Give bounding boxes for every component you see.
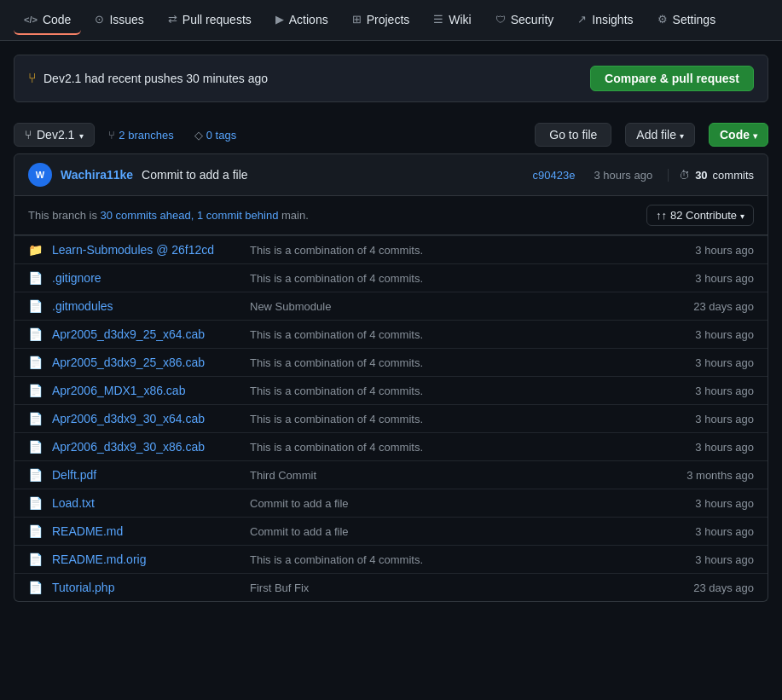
file-name-link[interactable]: .gitmodules [52, 299, 240, 313]
commit-info-bar: W Wachira11ke Commit to add a file c9042… [14, 153, 768, 196]
nav-item-pull-requests[interactable]: Pull requests [158, 6, 262, 35]
file-name-link[interactable]: Tutorial.php [52, 581, 240, 594]
file-commit-message: First Buf Fix [250, 581, 683, 594]
commit-author[interactable]: Wachira11ke [61, 168, 133, 182]
code-chevron-icon [753, 128, 757, 142]
nav-item-settings[interactable]: Settings [647, 6, 727, 35]
table-row: 📄Apr2006_MDX1_x86.cabThis is a combinati… [14, 376, 768, 404]
file-icon: 📄 [28, 384, 42, 397]
avatar: W [28, 163, 52, 187]
table-row: 📄Apr2006_d3dx9_30_x64.cabThis is a combi… [14, 404, 768, 432]
file-time: 3 hours ago [695, 497, 754, 510]
wiki-icon [433, 13, 443, 26]
file-commit-message: Commit to add a file [250, 497, 685, 510]
file-icon: 📄 [28, 271, 42, 285]
file-icon: 📄 [28, 440, 42, 454]
contribute-icon: ↑ [656, 209, 667, 222]
file-time: 23 days ago [693, 300, 754, 313]
history-icon: ⏱ [679, 169, 690, 182]
branch-icon-small: ⑂ [108, 129, 115, 142]
file-icon: 📄 [28, 496, 42, 510]
file-time: 3 hours ago [695, 356, 754, 369]
code-icon [24, 13, 38, 26]
file-name-link[interactable]: README.md.orig [52, 552, 240, 566]
file-icon: 📄 [28, 412, 42, 425]
nav-item-code[interactable]: Code [14, 6, 81, 35]
main-nav: Code Issues Pull requests Actions Projec… [0, 0, 782, 41]
file-commit-message: Commit to add a file [250, 525, 685, 538]
file-icon: 📄 [28, 299, 42, 313]
file-time: 3 hours ago [695, 244, 754, 257]
nav-item-wiki[interactable]: Wiki [423, 6, 481, 35]
file-icon: 📄 [28, 356, 42, 369]
nav-item-projects[interactable]: Projects [342, 6, 420, 35]
file-commit-message: This is a combination of 4 commits. [250, 385, 685, 397]
branch-bar: ⑂ Dev2.1 ⑂ 2 branches ◇ 0 tags Go to fil… [0, 116, 782, 153]
file-name-link[interactable]: Apr2005_d3dx9_25_x86.cab [52, 356, 240, 369]
push-banner: ⑂ Dev2.1 had recent pushes 30 minutes ag… [14, 55, 768, 102]
file-name-link[interactable]: Apr2006_MDX1_x86.cab [52, 384, 240, 397]
file-commit-message: This is a combination of 4 commits. [250, 553, 685, 566]
add-file-chevron-icon [680, 128, 684, 142]
file-commit-message: This is a combination of 4 commits. [250, 441, 685, 454]
actions-icon [275, 13, 284, 26]
file-commit-message: This is a combination of 4 commits. [250, 356, 685, 369]
branch-icon: ⑂ [28, 71, 37, 86]
commits-behind-link[interactable]: 1 commit behind [197, 209, 278, 222]
commit-message: Commit to add a file [142, 168, 248, 182]
table-row: 📄.gitignoreThis is a combination of 4 co… [14, 263, 768, 292]
compare-pull-request-button[interactable]: Compare & pull request [590, 66, 754, 91]
file-time: 3 months ago [686, 469, 754, 482]
file-icon: 📄 [28, 524, 42, 538]
settings-icon [657, 13, 668, 26]
file-name-link[interactable]: Apr2006_d3dx9_30_x64.cab [52, 412, 240, 425]
file-time: 3 hours ago [695, 328, 754, 341]
folder-icon: 📁 [28, 243, 42, 257]
file-commit-message: This is a combination of 4 commits. [250, 272, 685, 285]
nav-item-issues[interactable]: Issues [84, 6, 154, 35]
tags-link[interactable]: ◇ 0 tags [188, 124, 243, 146]
security-icon [495, 13, 506, 26]
file-name-link[interactable]: Load.txt [52, 496, 240, 510]
file-name-link[interactable]: Learn-Submodules @ 26f12cd [52, 243, 240, 257]
table-row: 📄Tutorial.phpFirst Buf Fix23 days ago [14, 573, 768, 601]
commits-ahead-link[interactable]: 30 commits ahead, [101, 209, 194, 222]
commit-hash[interactable]: c90423e [533, 169, 576, 182]
code-dropdown-button[interactable]: Code [709, 123, 768, 147]
nav-item-security[interactable]: Security [485, 6, 565, 35]
file-time: 3 hours ago [695, 525, 754, 538]
file-time: 3 hours ago [695, 441, 754, 454]
contribute-button[interactable]: ↑ 82 Contribute [646, 205, 754, 226]
branch-status-text: This branch is 30 commits ahead, 1 commi… [28, 209, 309, 222]
file-name-link[interactable]: README.md [52, 524, 240, 538]
nav-item-actions[interactable]: Actions [265, 6, 339, 35]
file-icon: 📄 [28, 552, 42, 566]
contribute-chevron-icon [740, 209, 744, 222]
table-row: 📄Apr2005_d3dx9_25_x86.cabThis is a combi… [14, 348, 768, 376]
nav-item-insights[interactable]: Insights [567, 6, 643, 35]
goto-file-button[interactable]: Go to file [535, 123, 611, 147]
table-row: 📄Delft.pdfThird Commit3 months ago [14, 460, 768, 489]
commits-count[interactable]: ⏱ 30 commits [668, 169, 754, 182]
branch-selector-icon: ⑂ [25, 128, 32, 142]
file-name-link[interactable]: Apr2006_d3dx9_30_x86.cab [52, 440, 240, 454]
file-time: 3 hours ago [695, 385, 754, 397]
chevron-down-icon [79, 128, 84, 142]
banner-text: ⑂ Dev2.1 had recent pushes 30 minutes ag… [28, 71, 268, 86]
file-time: 3 hours ago [695, 272, 754, 285]
table-row: 📄Apr2006_d3dx9_30_x86.cabThis is a combi… [14, 432, 768, 460]
table-row: 📄Load.txtCommit to add a file3 hours ago [14, 489, 768, 517]
commit-time: 3 hours ago [594, 169, 652, 182]
table-row: 📄README.mdCommit to add a file3 hours ag… [14, 517, 768, 545]
file-name-link[interactable]: Apr2005_d3dx9_25_x64.cab [52, 327, 240, 341]
pr-icon [168, 13, 177, 26]
file-name-link[interactable]: .gitignore [52, 271, 240, 285]
file-time: 3 hours ago [695, 553, 754, 566]
table-row: 📄README.md.origThis is a combination of … [14, 545, 768, 573]
file-icon: 📄 [28, 327, 42, 341]
add-file-button[interactable]: Add file [625, 123, 695, 147]
table-row: 📁Learn-Submodules @ 26f12cdThis is a com… [14, 235, 768, 263]
file-name-link[interactable]: Delft.pdf [52, 468, 240, 482]
branch-selector[interactable]: ⑂ Dev2.1 [14, 123, 95, 147]
branches-link[interactable]: ⑂ 2 branches [101, 124, 180, 146]
